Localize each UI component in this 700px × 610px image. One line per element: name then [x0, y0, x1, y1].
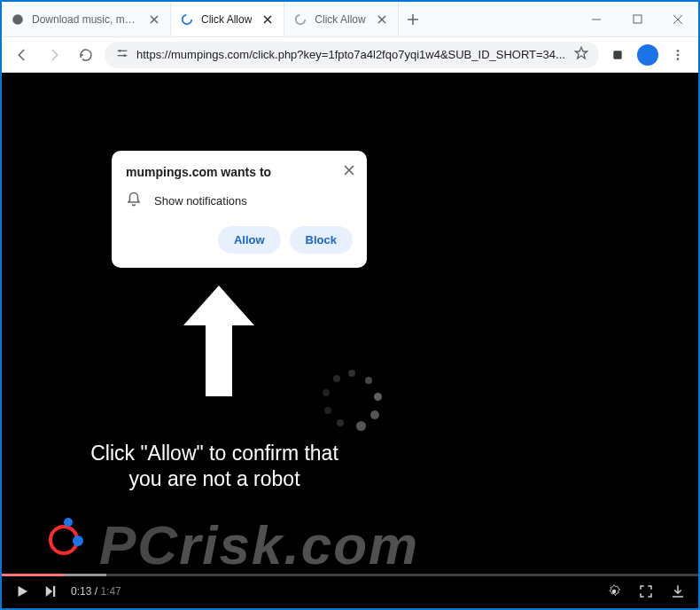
- svg-rect-3: [634, 15, 642, 23]
- svg-point-10: [677, 53, 680, 56]
- profile-button[interactable]: [634, 42, 661, 68]
- reload-button[interactable]: [73, 42, 99, 68]
- watermark-dot: [73, 536, 83, 546]
- fullscreen-icon[interactable]: [638, 583, 654, 599]
- allow-button[interactable]: Allow: [218, 226, 281, 254]
- close-icon[interactable]: [344, 163, 354, 179]
- close-icon[interactable]: [375, 12, 389, 27]
- window-controls: [576, 2, 698, 36]
- close-window-button[interactable]: [657, 2, 698, 36]
- maximize-button[interactable]: [617, 2, 657, 36]
- extensions-icon[interactable]: [604, 42, 631, 68]
- favicon-download-icon: [11, 12, 25, 27]
- svg-point-9: [677, 50, 680, 52]
- block-button[interactable]: Block: [290, 226, 353, 254]
- menu-button[interactable]: [665, 42, 691, 68]
- close-icon[interactable]: [147, 12, 161, 27]
- svg-point-0: [12, 14, 23, 25]
- tab-click-allow[interactable]: Click Allow: [284, 2, 398, 36]
- tab-click-allow-active[interactable]: Click Allow: [171, 2, 284, 36]
- bookmark-icon[interactable]: [574, 46, 588, 63]
- tab-download[interactable]: Download music, movi: [2, 2, 171, 36]
- notification-buttons: Allow Block: [126, 226, 353, 254]
- watermark-dot: [64, 518, 73, 527]
- play-button[interactable]: [14, 583, 30, 599]
- tab-label: Download music, movi: [32, 13, 138, 26]
- favicon-spinner-icon: [293, 12, 307, 27]
- minimize-button[interactable]: [576, 2, 617, 36]
- loading-spinner-icon: [321, 370, 383, 432]
- notification-title: mumpings.com wants to: [126, 165, 353, 179]
- bell-icon: [126, 192, 142, 210]
- tab-label: Click Allow: [315, 13, 365, 26]
- settings-icon[interactable]: [606, 583, 622, 599]
- tab-label: Click Allow: [201, 13, 252, 26]
- svg-rect-12: [53, 586, 55, 597]
- notification-permission-label: Show notifications: [154, 194, 247, 207]
- watermark-text: PCrisk.com: [99, 513, 419, 576]
- browser-toolbar: https://mumpings.com/click.php?key=1fpto…: [2, 37, 698, 73]
- site-settings-icon[interactable]: [115, 46, 129, 63]
- svg-rect-7: [118, 55, 128, 56]
- download-icon[interactable]: [670, 583, 686, 599]
- video-time: 0:13 / 1:47: [71, 585, 121, 598]
- back-button[interactable]: [9, 42, 35, 68]
- svg-point-2: [296, 14, 306, 24]
- url-text: https://mumpings.com/click.php?key=1fpto…: [136, 48, 567, 61]
- toolbar-right: [604, 42, 691, 68]
- address-bar[interactable]: https://mumpings.com/click.php?key=1fpto…: [105, 42, 599, 68]
- notification-permission-prompt: mumpings.com wants to Show notifications…: [112, 151, 367, 268]
- svg-point-13: [612, 590, 617, 594]
- avatar: [637, 44, 658, 66]
- svg-point-1: [183, 14, 192, 24]
- favicon-spinner-icon: [180, 12, 194, 27]
- page-content: mumpings.com wants to Show notifications…: [2, 73, 698, 608]
- video-player-bar: 0:13 / 1:47: [2, 575, 698, 608]
- deceptive-instruction-text: Click "Allow" to confirm that you are no…: [73, 441, 356, 492]
- svg-rect-6: [118, 51, 128, 51]
- notification-permission-row: Show notifications: [126, 192, 353, 210]
- new-tab-button[interactable]: [399, 2, 427, 36]
- forward-button[interactable]: [41, 42, 67, 68]
- arrow-up-icon: [179, 277, 259, 404]
- close-icon[interactable]: [261, 12, 275, 27]
- svg-point-11: [677, 58, 680, 60]
- next-button[interactable]: [43, 583, 58, 599]
- svg-rect-8: [613, 51, 621, 59]
- browser-titlebar: Download music, movi Click Allow Click A…: [2, 2, 698, 37]
